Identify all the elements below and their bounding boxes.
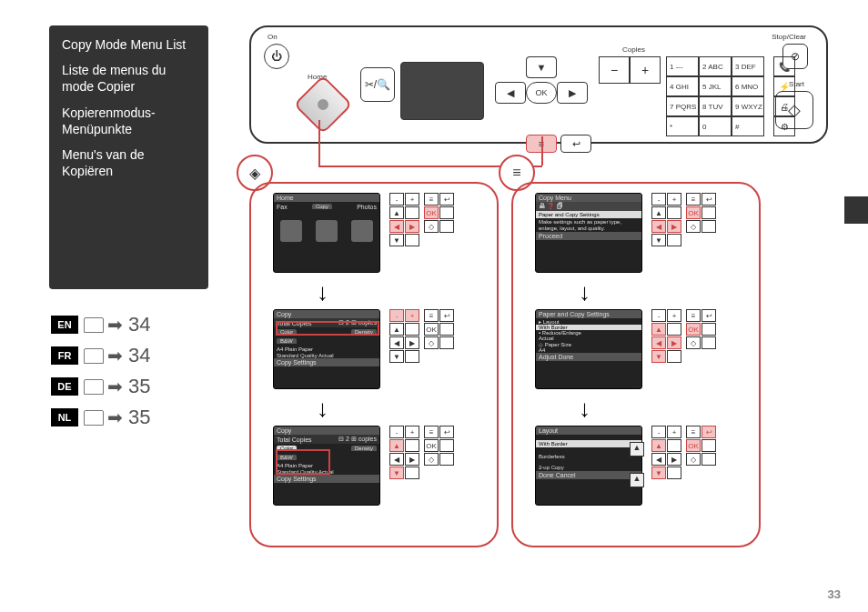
page-references: EN➡34 FR➡34 DE➡35 NL➡35 [51,313,150,436]
nav-down[interactable]: ▼ [526,56,557,78]
title-block: Copy Mode Menu List Liste de menus du mo… [49,25,208,289]
arrow-icon: ➡ [107,345,123,366]
zoom-button[interactable]: ✂/🔍 [360,67,395,102]
back-button[interactable]: ↩ [560,135,591,153]
screen-copy-2: Copy Total Copies⊟ 2 ⊞ copies ColorDensi… [273,426,380,506]
title-nl: Menu's van de Kopiëren [62,146,196,179]
home-button[interactable] [293,75,352,134]
pad-lay-b: ≡↩OK◇ [686,426,717,466]
pad-cm-a: -+▲◀▶▼ [651,193,682,246]
keypad: 1 --- 2 ABC 3 DEF 4 GHI 5 JKL 6 MNO 7 PQ… [666,56,764,136]
arrow-icon: ➡ [107,376,123,397]
connector-home [318,120,320,166]
pad-lay-a: -+▲◀▶▼ [651,426,682,479]
key-hash[interactable]: # [732,116,764,136]
lcd-screen [400,62,484,120]
pad-home-a: -+▲◀▶▼ [389,193,420,246]
key-6[interactable]: 6 MNO [732,76,764,96]
nav-right[interactable]: ▶ [557,82,588,104]
page-number: 33 [828,587,841,601]
key-7[interactable]: 7 PQRS [666,96,699,116]
key-8[interactable]: 8 TUV [699,96,732,116]
title-en: Copy Mode Menu List [62,36,196,53]
book-icon [84,317,104,333]
key-0[interactable]: 0 [699,116,732,136]
arrow-down-icon: ↓ [317,395,328,423]
arrow-icon: ➡ [107,314,123,336]
arrow-down-icon: ↓ [317,278,328,306]
book-icon [84,410,104,426]
book-icon [84,379,104,395]
key-3[interactable]: 3 DEF [732,56,764,76]
screen-copy-menu: Copy Menu 🖶 ❓ 🗐 Paper and Copy Settings … [535,193,642,273]
pad-copy2-a: -+▲◀▶▼ [389,426,420,479]
copies-label: Copies [622,45,645,54]
nav-left[interactable]: ◀ [495,82,526,104]
photos-icon [351,220,373,242]
copies-buttons: − + [599,56,661,84]
ref-en: EN➡34 [51,313,150,336]
pad-copy2-b: ≡↩OK◇ [424,426,455,466]
screen-copy-1: Copy Total Copies⊟ 2 ⊞ copies ColorDensi… [273,309,380,389]
arrow-icon: ➡ [107,406,123,428]
screen-pcs: Paper and Copy Settings ▸ Layout With Bo… [535,309,642,389]
ref-nl: NL➡35 [51,406,150,429]
control-panel: On Home ✂/🔍 ▲ ▼ ◀ ▶ OK ≡ ↩ Copies − + 1 … [249,25,828,144]
ref-fr: FR➡34 [51,344,150,367]
start-label: Start [789,80,804,88]
pad-home-b: ≡↩OK◇ [424,193,455,233]
pad-pcs-a: -+▲◀▶▼ [651,309,682,363]
connector-menu [541,136,543,166]
arrow-down-icon: ↓ [579,395,590,423]
minus-button[interactable]: − [599,56,630,84]
key-2[interactable]: 2 ABC [699,56,732,76]
screen-home: Home FaxCopyPhotos [273,193,380,273]
title-fr: Liste de menus du mode Copier [62,62,196,95]
nav-pad: ▲ ▼ ◀ ▶ OK [491,56,590,127]
pad-copy1-a: -+▲◀▶▼ [389,309,420,363]
power-button[interactable] [264,44,289,69]
pad-cm-b: ≡↩OK◇ [686,193,717,233]
page-tab [844,196,868,224]
screen-layout: Layout With Border Borderless 2-up Copy … [535,426,642,506]
key-star[interactable]: * [666,116,699,136]
key-5[interactable]: 5 JKL [699,76,732,96]
plus-button[interactable]: + [630,56,661,84]
stop-label: Stop/Clear [772,33,806,41]
page: Copy Mode Menu List Liste de menus du mo… [0,0,868,612]
pad-pcs-b: ≡↩OK◇ [686,309,717,349]
copy-icon [316,220,338,242]
nav-ok[interactable]: OK [526,82,557,104]
up-icon: ▲ [630,473,644,487]
key-4[interactable]: 4 GHI [666,76,699,96]
start-button[interactable]: ◇ [775,91,813,129]
ref-de: DE➡35 [51,375,150,398]
stop-button[interactable]: ⊘ [782,44,808,69]
book-icon [84,348,104,364]
on-label: On [267,33,278,41]
arrow-down-icon: ↓ [579,278,590,306]
title-de: Kopierenmodus-Menüpunkte [62,105,196,137]
pad-copy1-b: ≡↩OK◇ [424,309,455,349]
key-9[interactable]: 9 WXYZ [732,96,764,116]
up-icon: ▲ [630,442,644,456]
key-1[interactable]: 1 --- [666,56,699,76]
fax-icon [280,220,302,242]
